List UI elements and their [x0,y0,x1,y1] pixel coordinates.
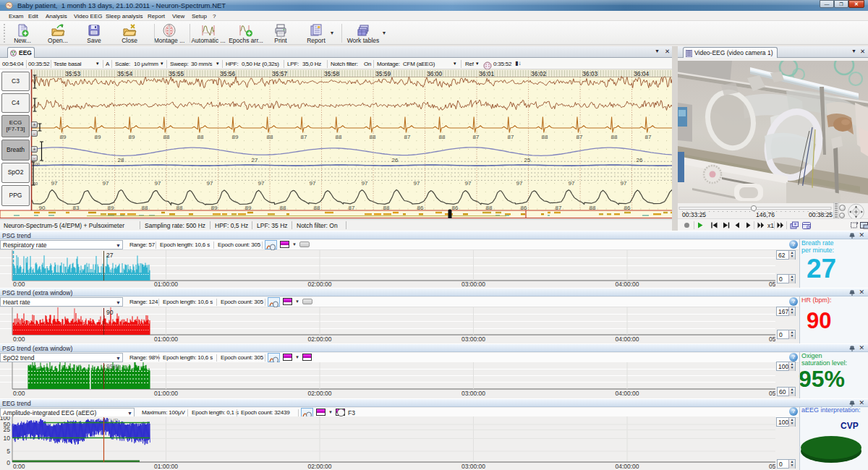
svg-text:0:00: 0:00 [13,463,25,470]
svg-text:87: 87 [508,134,514,140]
svg-text:100: 100 [33,162,40,166]
svg-text:0:00: 0:00 [13,336,25,343]
svg-text:36:04: 36:04 [634,70,650,77]
svg-text:35:59: 35:59 [375,70,391,77]
svg-text:25: 25 [524,157,531,163]
svg-text:5: 5 [7,448,10,455]
svg-text:02:00:00: 02:00:00 [307,390,331,397]
svg-text:36:00: 36:00 [427,70,443,77]
svg-text:03:00:00: 03:00:00 [461,281,485,288]
svg-text:04:00:00: 04:00:00 [615,336,639,343]
svg-text:97: 97 [516,180,523,187]
svg-text:97: 97 [258,180,265,187]
svg-text:27: 27 [106,252,114,259]
svg-text:97: 97 [465,180,472,187]
svg-text:97: 97 [207,180,213,187]
svg-text:35:57: 35:57 [272,70,288,77]
svg-text:CVP: CVP [106,417,118,424]
svg-text:87: 87 [576,134,583,140]
svg-text:88: 88 [336,134,342,140]
svg-text:97: 97 [310,180,316,187]
svg-text:03:00:00: 03:00:00 [461,463,485,470]
svg-text:26: 26 [392,157,399,163]
svg-text:97: 97 [569,180,575,187]
svg-text:97: 97 [362,180,368,187]
svg-text:88: 88 [542,134,548,140]
svg-text:36:03: 36:03 [582,70,598,77]
svg-text:95%: 95% [106,363,119,370]
svg-text:97: 97 [155,180,161,187]
svg-text:02:00:00: 02:00:00 [307,336,331,343]
svg-text:89: 89 [232,134,239,140]
svg-text:36:02: 36:02 [531,70,547,77]
svg-text:89: 89 [95,134,101,140]
svg-text:28: 28 [118,157,124,163]
svg-text:0:00: 0:00 [13,390,25,397]
svg-text:26: 26 [637,157,643,163]
svg-text:25: 25 [4,426,11,433]
svg-text:04:00:00: 04:00:00 [615,463,639,470]
svg-text:02:00:00: 02:00:00 [307,281,331,288]
svg-text:35:54: 35:54 [117,70,133,77]
svg-text:35:58: 35:58 [324,70,340,77]
svg-text:97: 97 [51,180,58,187]
svg-text:05:0: 05:0 [769,336,775,343]
svg-text:88: 88 [611,134,618,140]
svg-text:97: 97 [103,180,109,187]
svg-text:10: 10 [4,435,11,442]
svg-text:01:00:00: 01:00:00 [154,336,178,343]
svg-text:97: 97 [414,180,420,187]
svg-text:35:56: 35:56 [220,70,236,77]
svg-text:87: 87 [645,134,652,140]
svg-text:90: 90 [106,309,114,316]
svg-text:88: 88 [163,134,170,140]
svg-text:01:00:00: 01:00:00 [154,463,178,470]
svg-text:88: 88 [267,134,273,140]
svg-text:87: 87 [473,134,480,140]
svg-text:05:0: 05:0 [769,463,775,470]
svg-text:97: 97 [621,180,627,187]
svg-text:0:00: 0:00 [13,281,25,288]
svg-text:87: 87 [301,134,307,140]
svg-text:88: 88 [197,134,204,140]
svg-text:87: 87 [404,134,411,140]
svg-text:05:0: 05:0 [769,281,775,288]
svg-text:89: 89 [129,134,135,140]
svg-text:02:00:00: 02:00:00 [307,463,331,470]
svg-text:04:00:00: 04:00:00 [615,281,639,288]
svg-text:05:0: 05:0 [769,390,775,397]
svg-text:01:00:00: 01:00:00 [154,281,178,288]
svg-text:03:00:00: 03:00:00 [461,336,485,343]
svg-text:50: 50 [4,421,11,428]
svg-text:03:00:00: 03:00:00 [461,390,485,397]
svg-text:35:53: 35:53 [65,70,81,77]
svg-text:01:00:00: 01:00:00 [154,390,178,397]
svg-text:04:00:00: 04:00:00 [615,390,639,397]
svg-text:0: 0 [7,459,10,466]
svg-text:88: 88 [370,134,376,140]
svg-text:100: 100 [0,416,10,422]
svg-text:88: 88 [439,134,446,140]
svg-text:36:01: 36:01 [479,70,495,77]
svg-text:89: 89 [60,134,67,140]
svg-text:27: 27 [252,157,258,163]
